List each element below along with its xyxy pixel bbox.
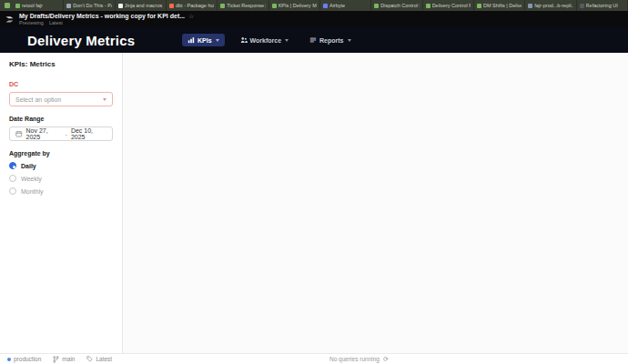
tab-favicon-icon — [374, 4, 379, 8]
aggregate-by-label: Aggregate by — [9, 150, 113, 157]
tag-icon — [86, 356, 93, 362]
app-logo-icon[interactable] — [5, 15, 15, 25]
date-start-value: Nov 27, 2025 — [26, 127, 62, 140]
tab-label: Don't Do This - Po... — [73, 0, 111, 11]
page-title: Delivery Metrics — [27, 33, 135, 48]
browser-tab[interactable]: Delivery Control P... — [423, 0, 474, 11]
query-status: No queries running ⟳ — [329, 356, 389, 362]
document-title: My Drafts/Delivery Metrics - working cop… — [19, 13, 185, 20]
nav-tab-label: KPIs — [198, 37, 212, 44]
tab-label: KPIs | Delivery Met... — [279, 0, 317, 11]
tab-label: Delivery Control P... — [432, 0, 471, 11]
radio-label: Daily — [21, 163, 36, 169]
radio-selected-icon — [9, 162, 16, 169]
tab-label: fajr-prod...b-repli... — [534, 0, 572, 11]
environment-dot-icon — [7, 358, 11, 361]
radio-option-daily[interactable]: Daily — [9, 162, 113, 169]
tab-favicon-icon — [15, 4, 20, 8]
browser-tab[interactable]: DM Shifts | Deliver... — [474, 0, 525, 11]
primary-nav: KPIs Workforce Reports — [182, 27, 357, 53]
tab-favicon-icon — [580, 4, 584, 8]
version-label[interactable]: Latest — [49, 20, 63, 26]
radio-unselected-icon — [9, 175, 16, 182]
date-end-value: Dec 10, 2025 — [71, 127, 106, 140]
tab-label: Dispatch Control P... — [380, 0, 419, 11]
version-label: Latest — [96, 356, 112, 362]
dc-select-placeholder: Select an option — [15, 96, 103, 103]
page-header-band: Delivery Metrics KPIs Workforce — [0, 27, 628, 53]
tab-label: Jinja and macros [... — [125, 0, 163, 11]
dc-field-label: DC — [9, 81, 113, 87]
app-header: My Drafts/Delivery Metrics - working cop… — [0, 11, 628, 27]
browser-tab[interactable]: KPIs | Delivery Met... — [269, 0, 320, 11]
tab-favicon-icon — [323, 4, 328, 8]
tab-label: dbt - Package hub — [176, 0, 214, 11]
filters-sidebar: KPIs: Metrics DC Select an option Date R… — [0, 53, 123, 353]
chevron-down-icon — [103, 98, 106, 101]
branch-label: main — [62, 356, 75, 362]
tab-favicon-icon — [477, 4, 481, 8]
branch-selector[interactable]: main — [53, 356, 75, 363]
tab-favicon-icon — [118, 4, 123, 8]
content-area: KPIs: Metrics DC Select an option Date R… — [0, 53, 628, 353]
date-range-label: Date Range — [9, 116, 113, 122]
status-bar: production main Latest No queries runnin… — [0, 353, 628, 364]
nav-tab-label: Reports — [319, 37, 343, 44]
browser-tab[interactable]: Refactoring UI — [577, 0, 628, 11]
tab-label: Refactoring UI — [586, 0, 618, 11]
browser-tab[interactable]: Ticket Response [... — [218, 0, 268, 11]
tab-label: Airbyte — [329, 0, 345, 11]
browser-tab[interactable]: Jinja and macros [... — [116, 0, 167, 11]
nav-tab-label: Workforce — [250, 37, 282, 44]
bar-chart-icon — [187, 36, 195, 44]
radio-label: Weekly — [21, 176, 42, 182]
date-range-input[interactable]: Nov 27, 2025 - Dec 10, 2025 — [9, 126, 113, 141]
tab-label: DM Shifts | Deliver... — [483, 0, 522, 11]
browser-tab[interactable]: Dispatch Control P... — [371, 0, 422, 11]
nav-tab-workforce[interactable]: Workforce — [235, 34, 295, 46]
chevron-down-icon — [216, 39, 219, 42]
browser-tab[interactable]: retool fajr — [13, 0, 64, 11]
tab-favicon-icon — [220, 4, 225, 8]
git-branch-icon — [53, 356, 59, 363]
dc-select[interactable]: Select an option — [9, 92, 113, 106]
tab-favicon-icon — [528, 4, 532, 8]
browser-tab[interactable]: Airbyte — [320, 0, 371, 11]
browser-tab-strip: retool fajr Don't Do This - Po... Jinja … — [0, 0, 628, 11]
people-icon — [240, 36, 248, 44]
tab-label: retool fajr — [22, 0, 43, 11]
nav-tab-kpis[interactable]: KPIs — [182, 34, 225, 46]
mode-label: Previewing — [19, 20, 44, 26]
radio-unselected-icon — [9, 187, 16, 195]
report-list-icon — [309, 36, 317, 44]
version-selector[interactable]: Latest — [86, 356, 112, 362]
environment-label: production — [14, 356, 41, 362]
star-icon[interactable]: ☆ — [188, 13, 194, 19]
browser-tab[interactable]: dbt - Package hub — [167, 0, 218, 11]
environment-selector[interactable]: production — [7, 356, 41, 362]
nav-tab-reports[interactable]: Reports — [304, 34, 356, 46]
browser-tab[interactable]: Don't Do This - Po... — [64, 0, 115, 11]
refresh-icon[interactable]: ⟳ — [383, 356, 389, 362]
main-content — [123, 53, 628, 353]
radio-label: Monthly — [21, 188, 44, 195]
query-status-text: No queries running — [329, 356, 380, 362]
sidebar-heading: KPIs: Metrics — [9, 60, 113, 68]
tab-favicon-icon — [426, 4, 430, 8]
browser-menu-icon[interactable] — [2, 0, 13, 11]
browser-menu-glyph — [5, 3, 10, 8]
document-meta: My Drafts/Delivery Metrics - working cop… — [19, 13, 194, 26]
tab-label: Ticket Response [... — [227, 0, 265, 11]
tab-favicon-icon — [272, 4, 277, 8]
radio-option-monthly[interactable]: Monthly — [9, 187, 113, 195]
radio-option-weekly[interactable]: Weekly — [9, 175, 113, 182]
date-separator: - — [66, 131, 67, 137]
tab-favicon-icon — [66, 4, 71, 8]
chevron-down-icon — [285, 39, 289, 42]
tab-favicon-icon — [169, 4, 174, 8]
calendar-icon — [15, 130, 23, 137]
browser-tab[interactable]: fajr-prod...b-repli... — [525, 0, 576, 11]
chevron-down-icon — [348, 39, 351, 42]
